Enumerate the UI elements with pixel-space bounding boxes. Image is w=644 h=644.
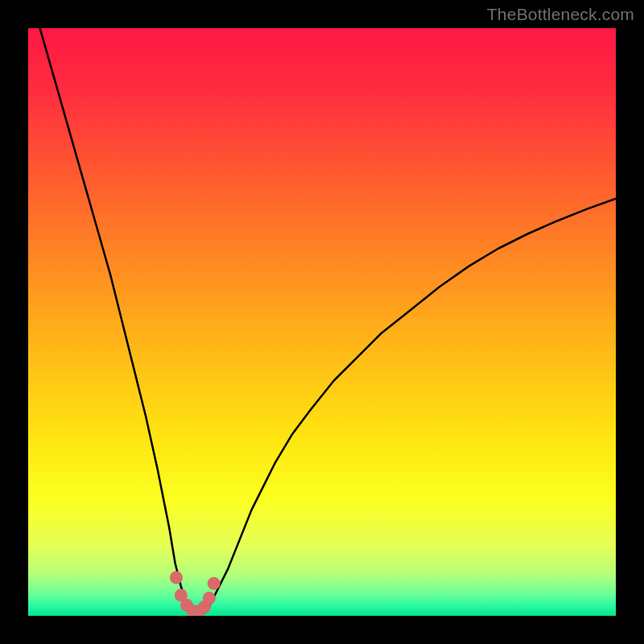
watermark-text: TheBottleneck.com [487,5,634,24]
plot-area [28,28,616,616]
marker-dot [204,592,216,605]
bottleneck-curve [40,28,616,616]
chart-svg [28,28,616,616]
marker-dot [171,572,183,584]
bottom-cluster-markers [171,572,220,616]
marker-dot [208,578,220,590]
chart-frame: TheBottleneck.com [0,0,644,644]
